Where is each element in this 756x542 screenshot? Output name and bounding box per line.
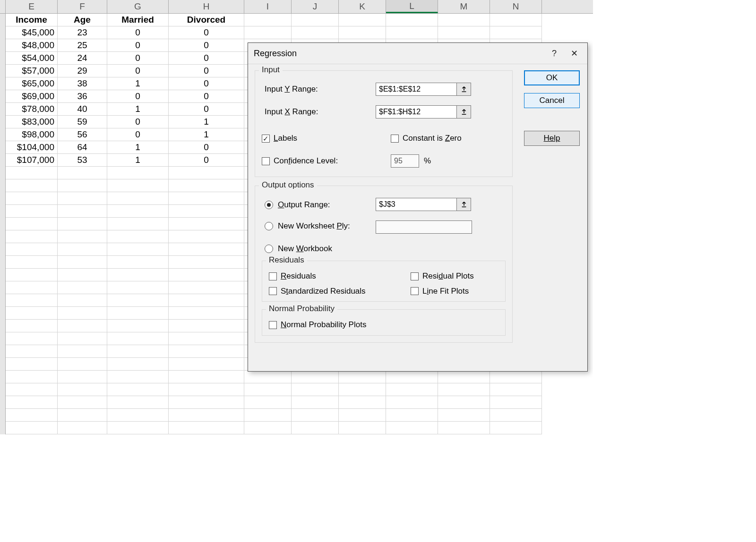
cell[interactable]: $104,000 — [6, 141, 58, 154]
cell[interactable]: 0 — [169, 103, 244, 116]
input-x-range[interactable] — [376, 105, 457, 119]
cell[interactable] — [438, 371, 490, 383]
col-header-H[interactable]: H — [169, 0, 244, 13]
col-header-M[interactable]: M — [438, 0, 490, 13]
cell[interactable] — [107, 332, 169, 345]
cell[interactable] — [169, 192, 244, 205]
cell[interactable] — [169, 320, 244, 332]
cell[interactable] — [107, 179, 169, 192]
col-header-N[interactable]: N — [490, 0, 542, 13]
cell[interactable] — [107, 358, 169, 371]
cell[interactable] — [169, 281, 244, 294]
cell[interactable] — [6, 192, 58, 205]
cell[interactable]: 0 — [107, 26, 169, 39]
std-residuals-checkbox[interactable]: Standardized Residuals — [269, 287, 366, 296]
cell[interactable]: 38 — [58, 77, 107, 90]
cell[interactable] — [6, 307, 58, 320]
cell[interactable] — [244, 396, 292, 409]
x-range-picker-icon[interactable] — [457, 105, 471, 119]
cell[interactable] — [438, 422, 490, 434]
new-workbook-radio[interactable]: New Workbook — [265, 244, 332, 254]
cell[interactable] — [58, 179, 107, 192]
cell[interactable]: $83,000 — [6, 116, 58, 128]
cell[interactable]: 59 — [58, 116, 107, 128]
cell[interactable]: 1 — [107, 77, 169, 90]
cell[interactable]: $45,000 — [6, 26, 58, 39]
table-header-cell[interactable]: Married — [107, 14, 169, 26]
cell[interactable] — [107, 256, 169, 269]
cell[interactable] — [58, 218, 107, 230]
col-header-F[interactable]: F — [58, 0, 107, 13]
cell[interactable] — [244, 422, 292, 434]
cell[interactable]: 0 — [169, 39, 244, 52]
cell[interactable] — [58, 332, 107, 345]
cell[interactable] — [438, 383, 490, 396]
cell[interactable] — [490, 409, 542, 422]
cell[interactable] — [107, 205, 169, 218]
cell[interactable] — [58, 396, 107, 409]
cell[interactable] — [107, 192, 169, 205]
table-header-cell[interactable] — [438, 14, 490, 26]
help-button[interactable]: Help — [524, 131, 580, 146]
cell[interactable] — [386, 409, 438, 422]
cell[interactable] — [58, 409, 107, 422]
cell[interactable]: 1 — [107, 154, 169, 167]
table-header-cell[interactable]: Income — [6, 14, 58, 26]
cell[interactable]: $78,000 — [6, 103, 58, 116]
cell[interactable] — [169, 243, 244, 256]
cell[interactable]: $54,000 — [6, 52, 58, 65]
cell[interactable] — [6, 269, 58, 281]
cell[interactable] — [58, 422, 107, 434]
cell[interactable] — [169, 371, 244, 383]
table-header-cell[interactable] — [386, 14, 438, 26]
cell[interactable]: 0 — [107, 52, 169, 65]
cell[interactable] — [107, 218, 169, 230]
cell[interactable] — [490, 26, 542, 39]
normal-prob-plots-checkbox[interactable]: Normal Probability Plots — [269, 320, 366, 330]
y-range-picker-icon[interactable] — [457, 83, 471, 96]
cell[interactable] — [6, 167, 58, 179]
cell[interactable] — [58, 243, 107, 256]
cell[interactable] — [169, 294, 244, 307]
cell[interactable] — [107, 167, 169, 179]
cell[interactable] — [438, 26, 490, 39]
cell[interactable] — [58, 383, 107, 396]
table-header-cell[interactable]: Divorced — [169, 14, 244, 26]
cell[interactable] — [386, 383, 438, 396]
cell[interactable] — [490, 422, 542, 434]
cell[interactable] — [58, 192, 107, 205]
cell[interactable] — [58, 167, 107, 179]
cell[interactable] — [6, 205, 58, 218]
cell[interactable] — [292, 371, 339, 383]
cell[interactable]: $69,000 — [6, 90, 58, 103]
cell[interactable] — [6, 243, 58, 256]
cell[interactable] — [6, 320, 58, 332]
cell[interactable] — [490, 383, 542, 396]
output-range-radio[interactable]: Output Range: — [265, 200, 330, 210]
cell[interactable]: 0 — [107, 90, 169, 103]
cell[interactable] — [292, 26, 339, 39]
col-header-E[interactable]: E — [6, 0, 58, 13]
input-y-range[interactable] — [376, 83, 457, 96]
cell[interactable] — [169, 409, 244, 422]
cell[interactable] — [169, 422, 244, 434]
cell[interactable] — [107, 307, 169, 320]
cell[interactable] — [169, 358, 244, 371]
cell[interactable] — [169, 179, 244, 192]
cell[interactable] — [386, 26, 438, 39]
cell[interactable] — [107, 320, 169, 332]
output-range-input[interactable] — [376, 198, 457, 211]
cell[interactable] — [6, 230, 58, 243]
cell[interactable] — [292, 409, 339, 422]
cell[interactable] — [169, 230, 244, 243]
cell[interactable] — [490, 371, 542, 383]
cell[interactable]: 0 — [169, 141, 244, 154]
labels-checkbox[interactable]: Labels — [262, 134, 373, 143]
cell[interactable]: 56 — [58, 128, 107, 141]
cell[interactable]: 0 — [169, 77, 244, 90]
cell[interactable] — [169, 256, 244, 269]
ok-button[interactable]: OK — [524, 70, 580, 85]
cell[interactable] — [6, 383, 58, 396]
cell[interactable] — [169, 205, 244, 218]
cell[interactable]: 64 — [58, 141, 107, 154]
